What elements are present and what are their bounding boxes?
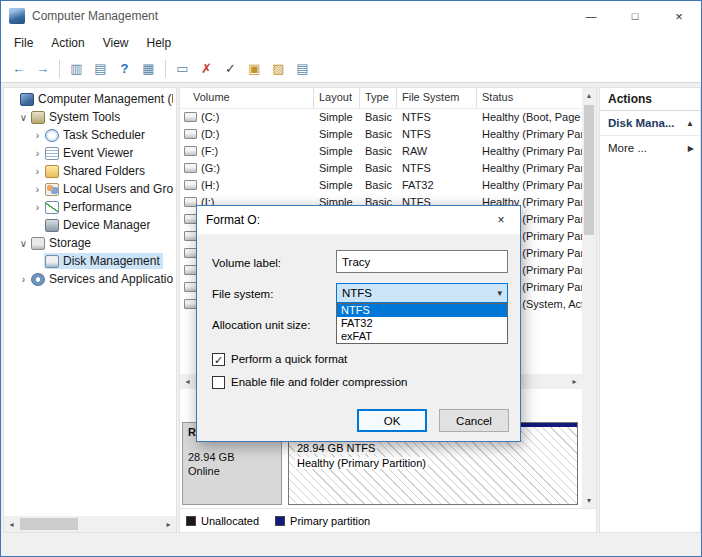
- tree-item-shared-folders[interactable]: › Shared Folders: [4, 162, 176, 180]
- tree-chevron-icon[interactable]: ∨: [17, 238, 30, 249]
- volume-name: (G:): [201, 162, 314, 174]
- feedback-icon[interactable]: ▭: [171, 58, 194, 80]
- tree-item-storage[interactable]: ∨ Storage: [4, 234, 176, 252]
- volume-row[interactable]: (C:) Simple Basic NTFS Healthy (Boot, Pa…: [180, 108, 582, 125]
- tree-item-content: Disk Management: [44, 253, 163, 269]
- tree-item-label: System Tools: [49, 110, 120, 124]
- collapse-icon[interactable]: ▲: [686, 119, 694, 128]
- mark-partition-icon[interactable]: ✓: [219, 58, 242, 80]
- tree-horizontal-scrollbar[interactable]: ◂ ▸: [4, 516, 176, 532]
- console-window-icon[interactable]: ▦: [137, 58, 160, 80]
- scroll-left-icon[interactable]: ◂: [4, 516, 19, 532]
- tree-item-system-tools[interactable]: ∨ System Tools: [4, 108, 176, 126]
- menu-view[interactable]: View: [94, 33, 138, 53]
- open-folder-icon[interactable]: ▨: [267, 58, 290, 80]
- tree-chevron-icon[interactable]: ›: [31, 202, 44, 213]
- back-icon[interactable]: ←: [7, 58, 30, 80]
- dialog-close-button[interactable]: ×: [482, 206, 520, 234]
- scrollbar-thumb[interactable]: [20, 518, 78, 530]
- scrollbar-thumb[interactable]: [584, 105, 594, 235]
- window-title: Computer Management: [32, 9, 158, 23]
- tree-item-task-scheduler[interactable]: › Task Scheduler: [4, 126, 176, 144]
- menu-file[interactable]: File: [5, 33, 42, 53]
- tree-item-disk-management[interactable]: Disk Management: [4, 252, 176, 270]
- volume-vertical-scrollbar[interactable]: ▴ ▾: [582, 88, 596, 508]
- scroll-down-icon[interactable]: ▾: [582, 493, 596, 508]
- delete-volume-icon[interactable]: ✗: [195, 58, 218, 80]
- column-status[interactable]: Status: [477, 88, 582, 108]
- disk-management-icon: [45, 255, 59, 268]
- format-options: ✓ Perform a quick format Enable file and…: [212, 352, 407, 398]
- volume-row[interactable]: (D:) Simple Basic NTFS Healthy (Primary …: [180, 125, 582, 142]
- allocation-unit-label: Allocation unit size:: [212, 319, 310, 331]
- tree-chevron-icon[interactable]: ∨: [17, 112, 30, 123]
- scroll-left-icon[interactable]: ◂: [180, 374, 195, 389]
- tree-chevron-icon[interactable]: ›: [31, 130, 44, 141]
- volume-name: (C:): [201, 111, 314, 123]
- volume-layout: Simple: [314, 145, 360, 157]
- column-volume[interactable]: Volume: [180, 88, 314, 108]
- tree-item-content: Performance: [44, 199, 135, 215]
- actions-group-label: Disk Mana...: [608, 117, 674, 129]
- cancel-button[interactable]: Cancel: [439, 409, 509, 432]
- volume-row[interactable]: (H:) Simple Basic FAT32 Healthy (Primary…: [180, 176, 582, 193]
- services-icon: [31, 273, 45, 286]
- tree-chevron-icon[interactable]: ›: [31, 148, 44, 159]
- disk-size: 28.94 GB: [188, 451, 281, 463]
- help-icon[interactable]: ?: [113, 58, 136, 80]
- tree-item-label: Storage: [49, 236, 91, 250]
- option-ntfs[interactable]: NTFS: [337, 304, 507, 317]
- disk-management-actions-group[interactable]: Disk Mana... ▲: [600, 111, 700, 136]
- volume-row[interactable]: (G:) Simple Basic NTFS Healthy (Primary …: [180, 159, 582, 176]
- properties-icon[interactable]: ▤: [291, 58, 314, 80]
- tree-item-event-viewer[interactable]: › Event Viewer: [4, 144, 176, 162]
- volume-layout: Simple: [314, 111, 360, 123]
- column-type[interactable]: Type: [360, 88, 397, 108]
- tree-item-label: Computer Management (l: [38, 92, 173, 106]
- quick-format-checkbox[interactable]: ✓ Perform a quick format: [212, 352, 407, 366]
- scroll-right-icon[interactable]: ▸: [161, 516, 176, 532]
- close-button[interactable]: ×: [657, 1, 701, 31]
- scroll-right-icon[interactable]: ▸: [567, 374, 582, 389]
- tree-item-local-users-groups[interactable]: › Local Users and Gro: [4, 180, 176, 198]
- dialog-body: Volume label: File system: NTFS ▾ NTFSFA…: [197, 234, 520, 441]
- volume-file-system: RAW: [397, 145, 477, 157]
- dialog-title: Format O:: [197, 213, 260, 227]
- explore-icon[interactable]: ▣: [243, 58, 266, 80]
- tree-item-label: Shared Folders: [63, 164, 145, 178]
- export-list-icon[interactable]: ▤: [89, 58, 112, 80]
- tree-chevron-icon[interactable]: ›: [17, 274, 30, 285]
- tree-item-label: Performance: [63, 200, 132, 214]
- volume-status: Healthy (Primary Part: [477, 128, 582, 140]
- legend-primary-partition: Primary partition: [275, 515, 370, 527]
- ok-button[interactable]: OK: [357, 409, 427, 432]
- tree-item-computer-management[interactable]: Computer Management (l: [4, 90, 176, 108]
- scroll-up-icon[interactable]: ▴: [582, 88, 596, 103]
- option-fat32[interactable]: FAT32: [337, 317, 507, 330]
- menu-action[interactable]: Action: [42, 33, 93, 53]
- compression-checkbox[interactable]: Enable file and folder compression: [212, 375, 407, 389]
- tree-chevron-icon[interactable]: ›: [31, 184, 44, 195]
- format-dialog: Format O: × Volume label: File system: N…: [196, 205, 521, 442]
- partition-size: 28.94 GB NTFS: [295, 442, 377, 454]
- forward-icon[interactable]: →: [31, 58, 54, 80]
- show-console-tree-icon[interactable]: ▥: [65, 58, 88, 80]
- menu-help[interactable]: Help: [138, 33, 181, 53]
- volume-row[interactable]: (F:) Simple Basic RAW Healthy (Primary P…: [180, 142, 582, 159]
- tree-item-content: Shared Folders: [44, 163, 148, 179]
- minimize-button[interactable]: —: [569, 1, 613, 31]
- option-exfat[interactable]: exFAT: [337, 330, 507, 343]
- file-system-select[interactable]: NTFS ▾: [336, 283, 508, 303]
- column-file-system[interactable]: File System: [397, 88, 477, 108]
- toolbar: ←→▥▤?▦▭✗✓▣▨▤: [1, 55, 701, 83]
- tree-chevron-icon[interactable]: ›: [31, 166, 44, 177]
- tree-item-device-manager[interactable]: Device Manager: [4, 216, 176, 234]
- column-layout[interactable]: Layout: [314, 88, 360, 108]
- volume-label-input[interactable]: [336, 250, 508, 273]
- more-actions[interactable]: More ... ▶: [600, 136, 700, 160]
- tree-item-services-applications[interactable]: › Services and Applicatio: [4, 270, 176, 288]
- volume-type: Basic: [360, 179, 397, 191]
- maximize-button[interactable]: □: [613, 1, 657, 31]
- tree-item-label: Device Manager: [63, 218, 150, 232]
- tree-item-performance[interactable]: › Performance: [4, 198, 176, 216]
